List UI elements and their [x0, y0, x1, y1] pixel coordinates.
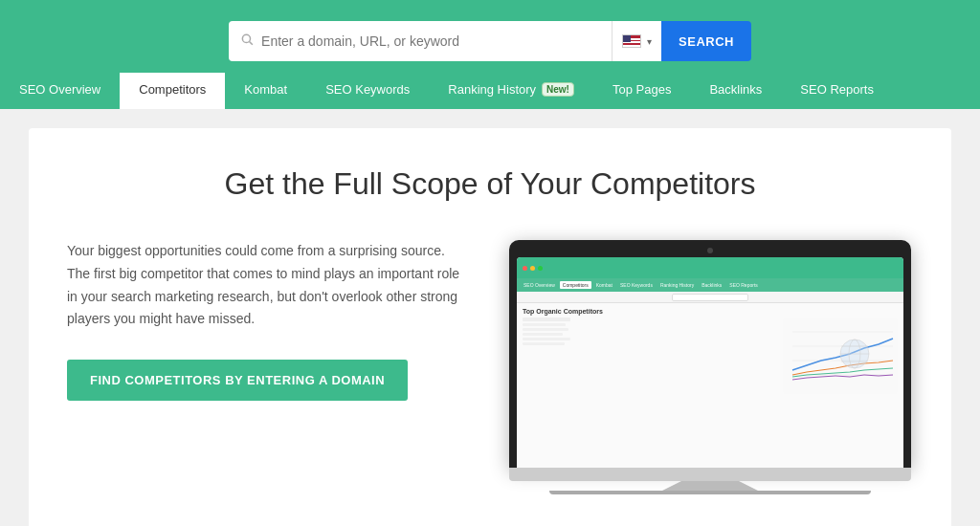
search-icon [240, 33, 254, 50]
table-row [523, 338, 779, 340]
search-button[interactable]: SEARCH [661, 21, 751, 61]
flag-icon [622, 34, 641, 48]
laptop-screen-outer: SEO Overview Competitors Kombat SEO Keyw… [509, 240, 911, 468]
screen-search-input [672, 294, 748, 301]
screen-nav-backlinks: Backlinks [699, 281, 724, 289]
screen-nav-seo-keywords: SEO Keywords [617, 281, 656, 289]
screen-nav-kombat: Kombat [593, 281, 615, 289]
country-selector[interactable]: ▾ [612, 21, 661, 61]
table-row [523, 318, 779, 321]
chevron-down-icon: ▾ [647, 36, 652, 47]
laptop-camera [707, 248, 713, 253]
sidebar-item-seo-keywords[interactable]: SEO Keywords [306, 73, 429, 109]
find-competitors-button[interactable]: FIND COMPETITORS BY ENTERING A DOMAIN [67, 360, 408, 401]
screen-body: Top Organic Competitors [517, 303, 903, 468]
screen-main-title: Top Organic Competitors [523, 308, 603, 315]
table-cell-label [523, 318, 570, 321]
screen-table-area [523, 318, 898, 394]
sidebar-item-ranking-history[interactable]: Ranking History New! [429, 73, 593, 109]
screen-chart [783, 318, 898, 394]
table-cell-bar [523, 323, 566, 326]
laptop-mockup: SEO Overview Competitors Kombat SEO Keyw… [507, 240, 913, 494]
laptop-base [509, 468, 911, 481]
page-title: Get the Full Scope of Your Competitors [225, 166, 756, 202]
screen-nav-competitors: Competitors [560, 281, 591, 289]
screen-nav-ranking: Ranking History [657, 281, 697, 289]
hero-description: Your biggest opportunities could come fr… [67, 240, 469, 331]
sidebar-item-seo-overview[interactable]: SEO Overview [0, 73, 120, 109]
sidebar-item-competitors[interactable]: Competitors [120, 73, 225, 109]
laptop: SEO Overview Competitors Kombat SEO Keyw… [509, 240, 911, 494]
screen-table [523, 318, 779, 394]
sidebar-item-backlinks[interactable]: Backlinks [690, 73, 781, 109]
svg-marker-12 [662, 481, 758, 491]
laptop-foot [549, 491, 871, 494]
search-input[interactable] [261, 33, 600, 49]
table-row [523, 323, 779, 326]
main-content: Get the Full Scope of Your Competitors Y… [29, 128, 951, 526]
screen-nav-bar: SEO Overview Competitors Kombat SEO Keyw… [517, 278, 903, 292]
nav-tabs: SEO Overview Competitors Kombat SEO Keyw… [0, 73, 980, 109]
svg-point-0 [242, 34, 250, 42]
laptop-stand [509, 481, 911, 491]
dot-red [523, 266, 527, 271]
svg-line-1 [250, 42, 253, 45]
screen-search-bar [517, 292, 903, 303]
screen-nav-seo-overview: SEO Overview [521, 281, 558, 289]
sidebar-item-seo-reports[interactable]: SEO Reports [781, 73, 893, 109]
hero-text-col: Your biggest opportunities could come fr… [67, 240, 469, 401]
table-cell-bar [523, 328, 568, 331]
screen-nav-reports: SEO Reports [726, 281, 760, 289]
search-container [229, 21, 612, 61]
laptop-screen: SEO Overview Competitors Kombat SEO Keyw… [517, 257, 903, 468]
stand-svg [509, 481, 911, 491]
new-badge: New! [542, 82, 574, 97]
table-row [523, 342, 779, 345]
table-row [523, 333, 779, 336]
table-row [523, 328, 779, 331]
table-cell-bar [523, 338, 570, 340]
sidebar-item-kombat[interactable]: Kombat [225, 73, 306, 109]
dot-yellow [530, 266, 535, 271]
table-cell-bar [523, 333, 563, 336]
dot-green [538, 266, 543, 271]
sidebar-item-top-pages[interactable]: Top Pages [593, 73, 690, 109]
screen-header [517, 257, 903, 278]
table-cell-bar [523, 342, 565, 345]
chart-svg [783, 318, 898, 394]
hero-body: Your biggest opportunities could come fr… [67, 240, 913, 494]
screen-title-bar: Top Organic Competitors [523, 308, 898, 315]
